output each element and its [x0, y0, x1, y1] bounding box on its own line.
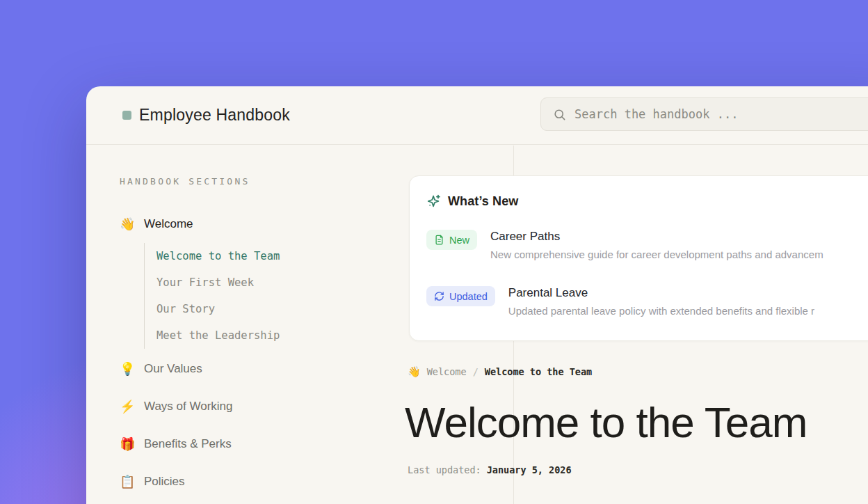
light-bulb-icon: 💡 — [120, 361, 135, 377]
search-icon — [553, 108, 566, 121]
breadcrumb-separator: / — [473, 366, 479, 377]
sidebar-subitem-meet-the-leadership[interactable]: Meet the Leadership — [156, 322, 384, 349]
whats-new-item-text: Parental Leave Updated parental leave po… — [508, 285, 814, 318]
sidebar-item-label: Ways of Working — [144, 400, 233, 414]
lightning-icon: ⚡ — [120, 399, 135, 414]
sparkles-icon — [426, 194, 442, 209]
search-input[interactable] — [574, 107, 868, 121]
sidebar-item-benefits-perks[interactable]: 🎁 Benefits & Perks — [120, 425, 384, 463]
whats-new-card: What’s New New Career Paths New comprehe… — [409, 175, 868, 341]
last-updated: Last updated:January 5, 2026 — [408, 464, 572, 475]
page-title: Welcome to the Team — [405, 397, 807, 447]
sidebar-item-label: Policies — [144, 475, 185, 489]
whats-new-item-description: New comprehensive guide for career devel… — [490, 247, 823, 262]
breadcrumb: 👋 Welcome / Welcome to the Team — [408, 365, 592, 378]
whats-new-item-text: Career Paths New comprehensive guide for… — [490, 229, 823, 262]
sidebar-sublist-welcome: Welcome to the Team Your First Week Our … — [144, 243, 384, 349]
clipboard-icon: 📋 — [120, 474, 135, 489]
sidebar-section-label: HANDBOOK SECTIONS — [120, 176, 384, 187]
app-logo-icon — [122, 111, 131, 120]
sidebar-subitem-our-story[interactable]: Our Story — [156, 296, 384, 322]
last-updated-value: January 5, 2026 — [487, 464, 572, 475]
sidebar-subitem-welcome-to-the-team[interactable]: Welcome to the Team — [156, 243, 384, 269]
waving-hand-icon: 👋 — [408, 365, 421, 378]
sidebar-item-welcome[interactable]: 👋 Welcome — [120, 215, 384, 233]
last-updated-label: Last updated: — [408, 464, 481, 475]
whats-new-item-description: Updated parental leave policy with exten… — [508, 304, 814, 318]
breadcrumb-current-page: Welcome to the Team — [485, 366, 592, 377]
sidebar-item-label: Our Values — [144, 362, 202, 376]
sidebar-item-label: Welcome — [144, 217, 193, 231]
sidebar-item-policies[interactable]: 📋 Policies — [120, 463, 384, 501]
whats-new-title: What’s New — [448, 194, 518, 209]
whats-new-item-career-paths[interactable]: New Career Paths New comprehensive guide… — [426, 229, 868, 262]
waving-hand-icon: 👋 — [120, 216, 135, 232]
whats-new-item-title: Career Paths — [490, 229, 823, 244]
whats-new-item-title: Parental Leave — [508, 285, 814, 301]
badge-label: Updated — [449, 291, 488, 302]
gift-icon: 🎁 — [120, 436, 135, 452]
search-box[interactable] — [540, 97, 868, 131]
file-text-icon — [434, 235, 444, 245]
badge-label: New — [449, 235, 469, 246]
new-badge: New — [426, 230, 477, 250]
sidebar-item-our-values[interactable]: 💡 Our Values — [120, 350, 384, 388]
whats-new-header: What’s New — [426, 193, 868, 210]
handbook-window: Employee Handbook HANDBOOK SECTIONS 👋 We… — [86, 86, 868, 504]
whats-new-item-parental-leave[interactable]: Updated Parental Leave Updated parental … — [426, 285, 868, 318]
app-header: Employee Handbook — [86, 86, 868, 145]
sidebar-item-ways-of-working[interactable]: ⚡ Ways of Working — [120, 388, 384, 425]
app-title: Employee Handbook — [139, 106, 290, 125]
refresh-icon — [434, 291, 444, 301]
breadcrumb-section[interactable]: Welcome — [427, 366, 467, 377]
sidebar: HANDBOOK SECTIONS 👋 Welcome Welcome to t… — [120, 145, 384, 501]
sidebar-item-label: Benefits & Perks — [144, 437, 232, 451]
updated-badge: Updated — [426, 286, 495, 306]
sidebar-subitem-your-first-week[interactable]: Your First Week — [156, 269, 384, 296]
